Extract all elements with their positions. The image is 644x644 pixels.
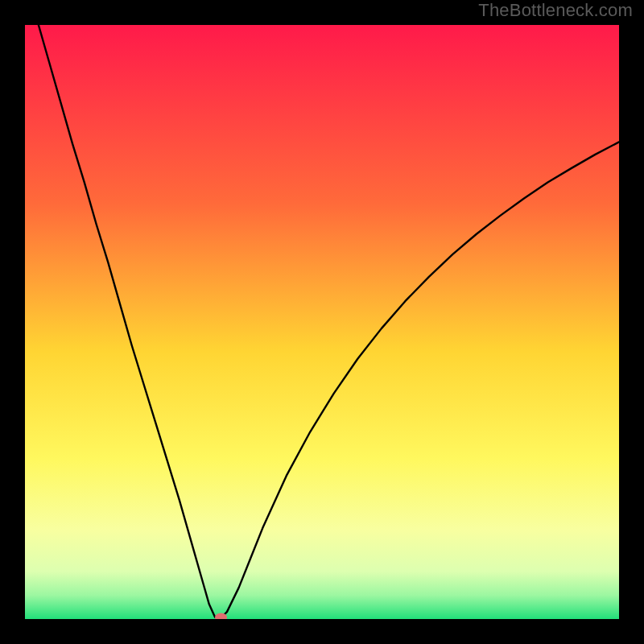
chart-svg bbox=[25, 25, 619, 619]
chart-frame: TheBottleneck.com bbox=[0, 0, 644, 644]
plot-area bbox=[25, 25, 619, 619]
gradient-background bbox=[25, 25, 619, 619]
watermark-text: TheBottleneck.com bbox=[478, 0, 633, 21]
